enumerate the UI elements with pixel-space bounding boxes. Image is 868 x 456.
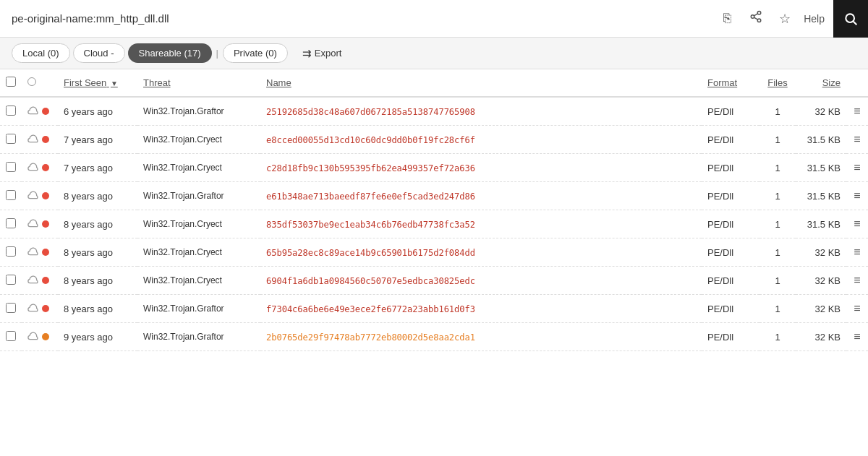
hash-link[interactable]: e61b348ae713baeedf87fe6e0ef5cad3ed247d86 bbox=[266, 192, 475, 202]
row-menu-icon[interactable]: ≡ bbox=[854, 105, 860, 117]
row-hash[interactable]: 25192685d38c48a607d0672185a5138747765908 bbox=[260, 97, 702, 126]
row-firstseen: 8 years ago bbox=[58, 182, 137, 210]
threat-dot bbox=[42, 220, 49, 228]
cloud-icon bbox=[27, 275, 39, 286]
row-icons-cell bbox=[22, 238, 58, 267]
export-button[interactable]: ⇉ Export bbox=[302, 47, 342, 60]
help-link[interactable]: Help bbox=[804, 13, 825, 25]
table-row: 6 years ago Win32.Trojan.Graftor 2519268… bbox=[0, 97, 868, 126]
row-files: 1 bbox=[760, 295, 796, 323]
row-format: PE/Dll bbox=[702, 238, 760, 267]
tab-cloud[interactable]: Cloud - bbox=[73, 43, 125, 63]
row-checkbox[interactable] bbox=[6, 303, 16, 313]
row-size: 32 KB bbox=[796, 97, 846, 126]
row-menu-icon[interactable]: ≡ bbox=[854, 133, 860, 145]
table-row: 9 years ago Win32.Trojan.Graftor 2b0765d… bbox=[0, 323, 868, 351]
hash-link[interactable]: 2b0765de29f97478ab7772eb80002d5e8aa2cda1 bbox=[266, 332, 475, 343]
row-hash[interactable]: f7304c6a6be6e49e3ece2fe6772a23abb161d0f3 bbox=[260, 295, 702, 323]
star-icon[interactable]: ☆ bbox=[775, 11, 795, 27]
svg-point-11 bbox=[42, 220, 49, 228]
row-menu[interactable]: ≡ bbox=[846, 154, 868, 182]
threat-dot bbox=[42, 305, 49, 312]
cloud-icon bbox=[27, 218, 39, 230]
col-header-name[interactable]: Name bbox=[260, 69, 702, 97]
row-checkbox-cell bbox=[0, 182, 22, 210]
row-threat: Win32.Trojan.Cryect bbox=[137, 238, 260, 267]
share-icon[interactable] bbox=[746, 10, 766, 27]
cloud-icon bbox=[27, 134, 39, 145]
svg-point-12 bbox=[42, 249, 49, 256]
svg-point-15 bbox=[42, 333, 49, 340]
hash-link[interactable]: e8cced00055d13cd10c60dc9dd0b0f19fc28cf6f bbox=[266, 135, 475, 145]
row-size: 32 KB bbox=[796, 323, 846, 351]
header: pe-original-name:mm_http_dll.dll ⎘ ☆ Hel… bbox=[0, 0, 868, 38]
row-checkbox[interactable] bbox=[6, 106, 16, 116]
threat-dot bbox=[42, 108, 49, 115]
tab-shareable[interactable]: Shareable (17) bbox=[128, 43, 212, 63]
row-threat: Win32.Trojan.Graftor bbox=[137, 182, 260, 210]
col-header-menu bbox=[846, 69, 868, 97]
row-menu-icon[interactable]: ≡ bbox=[854, 274, 860, 286]
row-menu-icon[interactable]: ≡ bbox=[854, 302, 860, 314]
cloud-icon bbox=[27, 331, 39, 343]
row-menu-icon[interactable]: ≡ bbox=[854, 161, 860, 173]
threat-dot bbox=[42, 164, 49, 171]
hash-link[interactable]: 835df53037be9ec1eab34c6b76edb47738fc3a52 bbox=[266, 220, 475, 230]
copies-icon[interactable]: ⎘ bbox=[717, 11, 737, 26]
tab-local[interactable]: Local (0) bbox=[12, 43, 70, 63]
svg-point-0 bbox=[757, 12, 761, 15]
row-format: PE/Dll bbox=[702, 210, 760, 238]
tab-private[interactable]: Private (0) bbox=[223, 43, 288, 63]
row-hash[interactable]: 835df53037be9ec1eab34c6b76edb47738fc3a52 bbox=[260, 210, 702, 238]
col-header-threat[interactable]: Threat bbox=[137, 69, 260, 97]
row-menu[interactable]: ≡ bbox=[846, 295, 868, 323]
row-menu[interactable]: ≡ bbox=[846, 182, 868, 210]
svg-point-8 bbox=[42, 136, 49, 143]
row-format: PE/Dll bbox=[702, 126, 760, 154]
hash-link[interactable]: 25192685d38c48a607d0672185a5138747765908 bbox=[266, 107, 475, 117]
row-checkbox[interactable] bbox=[6, 331, 16, 341]
col-header-format[interactable]: Format bbox=[702, 69, 760, 97]
hash-link[interactable]: f7304c6a6be6e49e3ece2fe6772a23abb161d0f3 bbox=[266, 304, 475, 314]
select-all-checkbox[interactable] bbox=[6, 77, 16, 87]
svg-point-13 bbox=[42, 277, 49, 284]
row-checkbox[interactable] bbox=[6, 275, 16, 285]
row-menu[interactable]: ≡ bbox=[846, 126, 868, 154]
hash-link[interactable]: c28d18fb9c130b595395fb62ea499357ef72a636 bbox=[266, 163, 475, 173]
search-button[interactable] bbox=[833, 0, 868, 38]
row-menu-icon[interactable]: ≡ bbox=[854, 246, 860, 258]
row-menu[interactable]: ≡ bbox=[846, 97, 868, 126]
svg-point-1 bbox=[751, 15, 754, 19]
row-hash[interactable]: e61b348ae713baeedf87fe6e0ef5cad3ed247d86 bbox=[260, 182, 702, 210]
row-checkbox[interactable] bbox=[6, 246, 16, 257]
hash-link[interactable]: 6904f1a6db1a0984560c50707e5edbca30825edc bbox=[266, 276, 475, 286]
svg-line-6 bbox=[854, 21, 857, 25]
cloud-icon bbox=[27, 246, 39, 258]
svg-line-4 bbox=[754, 14, 758, 16]
row-menu-icon[interactable]: ≡ bbox=[854, 189, 860, 202]
tab-separator: | bbox=[215, 48, 220, 59]
row-hash[interactable]: 6904f1a6db1a0984560c50707e5edbca30825edc bbox=[260, 267, 702, 295]
row-firstseen: 8 years ago bbox=[58, 238, 137, 267]
row-menu[interactable]: ≡ bbox=[846, 238, 868, 267]
results-table: First Seen ▼ Threat Name Format Files Si… bbox=[0, 69, 868, 351]
col-header-files[interactable]: Files bbox=[760, 69, 796, 97]
row-hash[interactable]: 65b95a28ec8c89ace14b9c65901b6175d2f084dd bbox=[260, 238, 702, 267]
col-header-firstseen[interactable]: First Seen ▼ bbox=[58, 69, 137, 97]
row-hash[interactable]: c28d18fb9c130b595395fb62ea499357ef72a636 bbox=[260, 154, 702, 182]
row-hash[interactable]: e8cced00055d13cd10c60dc9dd0b0f19fc28cf6f bbox=[260, 126, 702, 154]
row-checkbox[interactable] bbox=[6, 134, 16, 144]
row-menu[interactable]: ≡ bbox=[846, 210, 868, 238]
row-checkbox[interactable] bbox=[6, 190, 16, 200]
col-header-size[interactable]: Size bbox=[796, 69, 846, 97]
row-checkbox[interactable] bbox=[6, 218, 16, 228]
row-hash[interactable]: 2b0765de29f97478ab7772eb80002d5e8aa2cda1 bbox=[260, 323, 702, 351]
row-menu-icon[interactable]: ≡ bbox=[854, 330, 860, 343]
row-menu[interactable]: ≡ bbox=[846, 323, 868, 351]
row-format: PE/Dll bbox=[702, 182, 760, 210]
row-menu-icon[interactable]: ≡ bbox=[854, 218, 860, 230]
hash-link[interactable]: 65b95a28ec8c89ace14b9c65901b6175d2f084dd bbox=[266, 248, 475, 258]
row-size: 31.5 KB bbox=[796, 182, 846, 210]
row-menu[interactable]: ≡ bbox=[846, 267, 868, 295]
row-checkbox[interactable] bbox=[6, 162, 16, 172]
